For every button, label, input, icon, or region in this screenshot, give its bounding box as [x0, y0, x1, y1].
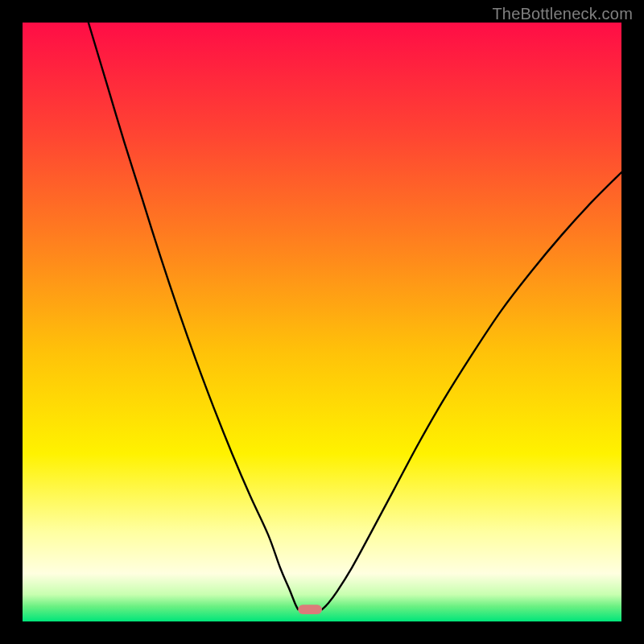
- plot-area: [23, 23, 621, 621]
- gradient-background: [23, 23, 621, 621]
- chart-frame: TheBottleneck.com: [0, 0, 644, 644]
- chart-svg: [23, 23, 621, 621]
- bottleneck-marker: [298, 605, 322, 614]
- watermark-text: TheBottleneck.com: [492, 5, 633, 23]
- marker-group: [298, 605, 322, 614]
